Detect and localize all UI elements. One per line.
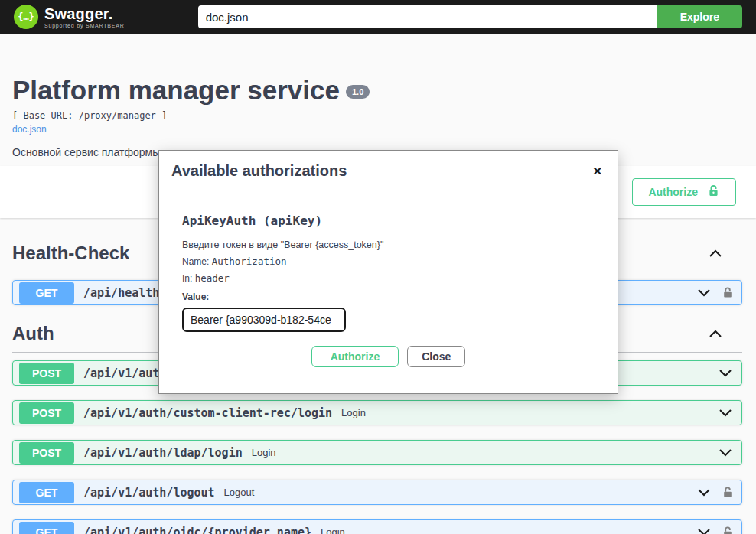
operation-path: /api/v1/auth/ldap/login — [83, 446, 243, 460]
operation-path: /api/v1/auth/oidc/{provider_name} — [83, 526, 311, 534]
in-label: In: — [182, 273, 192, 284]
operation-description: Logout — [224, 487, 255, 498]
name-value: Authorization — [212, 256, 287, 267]
chevron-down-icon[interactable] — [717, 447, 734, 459]
section-title: Auth — [12, 323, 54, 344]
spec-url-input[interactable] — [198, 5, 657, 28]
close-icon[interactable]: ✕ — [592, 165, 602, 177]
chevron-down-icon[interactable] — [717, 407, 734, 419]
auth-scheme-name: ApiKeyAuth (apiKey) — [182, 213, 595, 228]
method-badge: POST — [19, 402, 74, 424]
unlocked-padlock-icon[interactable] — [722, 286, 734, 299]
unlocked-padlock-icon[interactable] — [722, 526, 734, 534]
operation-path: /api/v1/auth/custom-client-rec/login — [83, 406, 332, 420]
method-badge: GET — [19, 282, 74, 304]
unlocked-padlock-icon[interactable] — [722, 486, 734, 499]
method-badge: POST — [19, 363, 74, 384]
swagger-logo-title: Swagger. — [44, 6, 125, 21]
method-badge: GET — [19, 522, 74, 534]
operation-row[interactable]: POST/api/v1/auth/custom-client-rec/login… — [12, 400, 742, 425]
page-title: Platform manager service — [12, 75, 340, 105]
operation-description: Login — [252, 447, 276, 458]
in-value: header — [195, 272, 230, 284]
modal-title: Available authorizations — [171, 162, 347, 180]
modal-close-button[interactable]: Close — [407, 346, 465, 367]
chevron-down-icon[interactable] — [696, 287, 712, 299]
auth-modal: Available authorizations ✕ ApiKeyAuth (a… — [158, 150, 618, 394]
smartbear-subtitle: Supported by SMARTBEAR — [44, 23, 125, 28]
unlocked-padlock-green-icon — [707, 184, 720, 200]
value-label: Value: — [182, 291, 595, 302]
token-value-input[interactable] — [182, 308, 346, 332]
operation-description: Login — [341, 407, 366, 418]
version-badge: 1.0 — [346, 85, 370, 99]
method-badge: POST — [19, 442, 74, 464]
operation-path: /api/v1/auth/logout — [83, 486, 215, 500]
authorize-button[interactable]: Authorize — [632, 178, 736, 206]
swagger-logo[interactable]: {…} Swagger. Supported by SMARTBEAR — [14, 5, 125, 29]
authorize-button-label: Authorize — [648, 186, 698, 198]
auth-hint-text: Введите токен в виде "Bearer {access_tok… — [182, 239, 595, 250]
explore-button[interactable]: Explore — [657, 5, 742, 28]
modal-authorize-button[interactable]: Authorize — [311, 346, 399, 367]
info-section: Platform manager service1.0 [ Base URL: … — [0, 34, 756, 166]
chevron-up-icon[interactable] — [707, 247, 724, 259]
doc-json-link[interactable]: doc.json — [12, 124, 47, 135]
topbar: {…} Swagger. Supported by SMARTBEAR Expl… — [0, 0, 756, 34]
operation-row[interactable]: GET/api/v1/auth/oidc/{provider_name}Logi… — [12, 519, 742, 534]
swagger-logo-icon: {…} — [14, 5, 38, 29]
section-title: Health-Check — [12, 243, 129, 264]
chevron-down-icon[interactable] — [696, 487, 712, 499]
name-label: Name: — [182, 256, 209, 267]
operation-row[interactable]: POST/api/v1/auth/ldap/loginLogin — [12, 440, 742, 465]
chevron-down-icon[interactable] — [717, 367, 734, 379]
base-url: [ Base URL: /proxy/manager ] — [12, 110, 744, 121]
method-badge: GET — [19, 482, 74, 503]
operation-row[interactable]: GET/api/v1/auth/logoutLogout — [12, 480, 742, 505]
chevron-down-icon[interactable] — [696, 526, 712, 534]
operation-description: Login — [321, 526, 345, 534]
chevron-up-icon[interactable] — [707, 327, 724, 340]
